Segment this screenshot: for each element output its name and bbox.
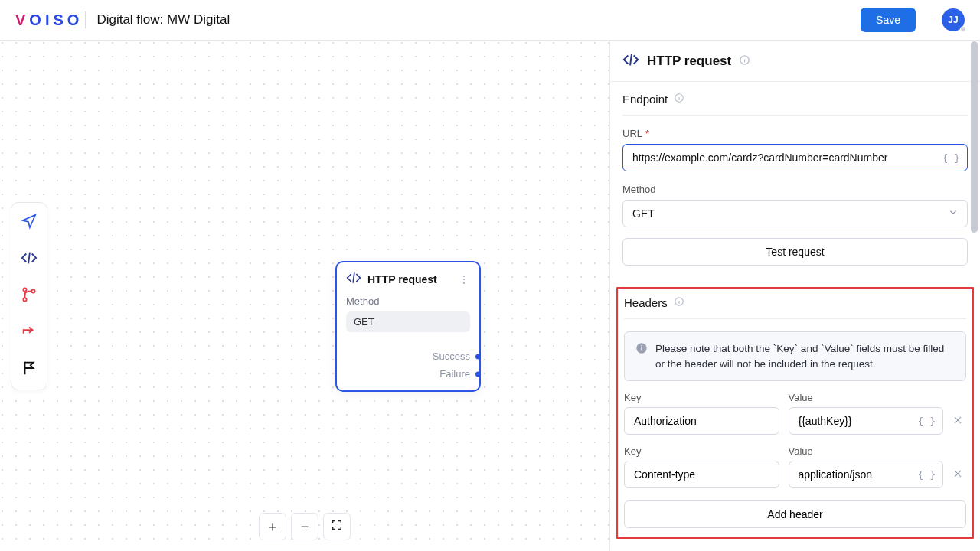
divider <box>85 11 86 28</box>
workspace: HTTP request ⋮ Method GET Success Failur… <box>0 41 980 551</box>
headers-label: Headers <box>624 296 668 309</box>
node-method-label: Method <box>346 295 470 307</box>
logo-letter-i: I <box>45 11 53 29</box>
logo-letter-o1: O <box>29 11 44 29</box>
info-icon[interactable] <box>674 93 684 106</box>
test-request-button[interactable]: Test request <box>622 238 968 266</box>
header-value-label: Value <box>789 392 944 403</box>
side-toolbar <box>11 202 47 390</box>
code-icon <box>21 249 38 269</box>
header-key-label: Key <box>624 392 779 403</box>
branch-icon <box>21 286 38 305</box>
paper-plane-icon <box>21 213 38 232</box>
header-key-label: Key <box>624 445 779 457</box>
add-header-button[interactable]: Add header <box>624 500 966 528</box>
node-method-value: GET <box>346 311 470 332</box>
avatar[interactable]: JJ <box>942 8 965 31</box>
tool-http[interactable] <box>15 243 44 276</box>
endpoint-section: Endpoint URL* { } Method GET Te <box>610 82 980 266</box>
headers-note: Please note that both the `Key` and `Val… <box>624 331 966 381</box>
node-outputs: Success Failure <box>337 341 479 390</box>
url-label: URL* <box>622 128 968 139</box>
chevron-down-icon <box>948 207 959 220</box>
panel-header: HTTP request <box>610 41 980 81</box>
scrollbar[interactable] <box>971 41 978 551</box>
zoom-fit-button[interactable] <box>323 513 351 540</box>
node-title: HTTP request <box>368 273 452 285</box>
header-value-label: Value <box>789 445 944 457</box>
required-indicator: * <box>645 128 649 139</box>
note-text: Please note that both the `Key` and `Val… <box>655 341 955 371</box>
arrow-redirect-icon <box>21 323 38 342</box>
headers-section-highlight: Headers Please note that both the `Key` … <box>616 287 974 539</box>
method-select[interactable]: GET <box>622 200 968 227</box>
code-icon <box>622 51 639 70</box>
header-remove-button[interactable] <box>952 468 966 481</box>
method-value: GET <box>632 207 655 220</box>
inspector-panel: HTTP request Endpoint URL* { } Meth <box>609 41 980 551</box>
header-row: Key Value { } <box>624 445 966 488</box>
tool-redirect[interactable] <box>15 316 44 350</box>
info-icon[interactable] <box>674 296 684 309</box>
save-button[interactable]: Save <box>861 8 916 32</box>
info-icon[interactable] <box>739 54 750 68</box>
variable-picker-icon[interactable]: { } <box>942 152 960 164</box>
zoom-in-button[interactable]: ＋ <box>259 513 286 540</box>
node-more-button[interactable]: ⋮ <box>458 273 470 285</box>
url-input[interactable] <box>622 144 968 171</box>
svg-point-0 <box>23 288 26 291</box>
canvas[interactable]: HTTP request ⋮ Method GET Success Failur… <box>0 41 609 551</box>
plus-icon: ＋ <box>266 517 279 536</box>
svg-point-2 <box>31 289 34 292</box>
header-remove-button[interactable] <box>952 415 966 428</box>
header-key-input[interactable] <box>624 461 779 488</box>
panel-title: HTTP request <box>647 54 731 69</box>
variable-picker-icon[interactable]: { } <box>918 469 936 481</box>
endpoint-label: Endpoint <box>622 93 668 106</box>
svg-rect-8 <box>641 345 642 346</box>
topbar: V O I S O Digital flow: MW Digital Save … <box>0 0 980 41</box>
url-input-wrap: { } <box>622 144 968 171</box>
zoom-controls: ＋ − <box>259 513 351 540</box>
output-port[interactable] <box>475 354 481 359</box>
logo-letter-s: S <box>53 11 66 29</box>
svg-point-1 <box>23 298 26 301</box>
expand-icon <box>331 519 343 535</box>
node-output-failure[interactable]: Failure <box>346 368 470 380</box>
header-key-input[interactable] <box>624 407 779 435</box>
node-header: HTTP request ⋮ <box>337 262 479 295</box>
scrollbar-thumb[interactable] <box>971 41 978 233</box>
tool-flag[interactable] <box>15 353 44 386</box>
variable-picker-icon[interactable]: { } <box>918 416 936 427</box>
info-icon <box>635 342 648 357</box>
more-vertical-icon: ⋮ <box>459 273 469 285</box>
tool-branch[interactable] <box>15 279 44 313</box>
node-output-success[interactable]: Success <box>346 350 470 362</box>
logo: V O I S O <box>15 11 82 29</box>
status-dot <box>960 26 966 32</box>
logo-letter-v: V <box>15 11 28 29</box>
method-label: Method <box>622 184 968 195</box>
logo-letter-o2: O <box>67 11 83 29</box>
tool-send[interactable] <box>15 206 44 240</box>
flag-icon <box>21 360 38 379</box>
code-icon <box>346 270 361 288</box>
svg-rect-7 <box>641 347 642 351</box>
header-row: Key Value { } <box>624 392 966 435</box>
page-title: Digital flow: MW Digital <box>96 12 230 28</box>
http-request-node[interactable]: HTTP request ⋮ Method GET Success Failur… <box>335 261 481 392</box>
output-port[interactable] <box>475 371 481 377</box>
minus-icon: − <box>301 519 309 535</box>
zoom-out-button[interactable]: − <box>291 513 318 540</box>
